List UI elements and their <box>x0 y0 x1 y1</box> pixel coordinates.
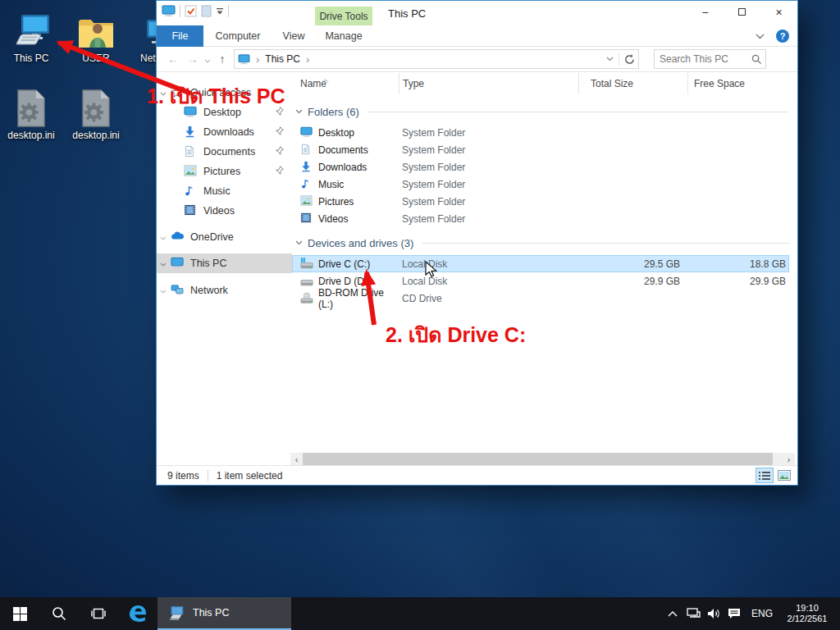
column-header-free-space[interactable]: Free Space <box>687 73 797 94</box>
task-view-button[interactable] <box>79 597 118 630</box>
tray-time: 19:10 <box>781 603 833 614</box>
taskbar-search-button[interactable] <box>39 597 79 630</box>
desktop-icon-desktop-ini-1[interactable]: desktop.ini <box>0 87 62 141</box>
qat-properties-icon[interactable] <box>185 5 197 17</box>
column-header-type[interactable]: Type <box>399 73 578 94</box>
thumbnail-view-button[interactable] <box>775 468 793 483</box>
edge-browser-button[interactable] <box>118 597 158 630</box>
sort-ascending-icon <box>322 74 329 85</box>
address-bar[interactable]: › This PC › <box>234 49 639 69</box>
desktop-icon-label: This PC <box>0 53 62 64</box>
column-header-total-size[interactable]: Total Size <box>578 73 687 94</box>
taskbar-app-label: This PC <box>193 607 229 619</box>
section-rule <box>368 112 789 112</box>
nav-label: Documents <box>203 146 255 158</box>
section-title: Folders (6) <box>308 106 359 118</box>
column-header-name[interactable]: Name <box>292 73 399 94</box>
refresh-icon[interactable] <box>624 54 635 65</box>
tray-date: 2/12/2561 <box>781 614 833 624</box>
file-list-pane: Name Type Total Size Free Space Folders … <box>292 73 797 453</box>
up-button[interactable]: ↑ <box>212 52 232 66</box>
horizontal-scrollbar[interactable]: ‹ › <box>290 453 795 465</box>
tab-view[interactable]: View <box>272 25 315 47</box>
address-dropdown-chevron-icon[interactable] <box>606 57 614 62</box>
search-icon[interactable] <box>751 54 762 65</box>
nav-music[interactable]: Music <box>157 181 292 201</box>
start-button[interactable] <box>0 597 39 630</box>
breadcrumb-this-pc[interactable]: This PC <box>265 53 300 65</box>
expand-chevron-icon[interactable] <box>160 258 168 269</box>
tray-network-icon[interactable] <box>683 608 704 619</box>
file-row-documents[interactable]: Documents System Folder <box>292 141 789 158</box>
item-type: System Folder <box>399 196 578 208</box>
tray-volume-icon[interactable] <box>704 608 724 619</box>
tab-file[interactable]: File <box>157 25 203 47</box>
user-folder-icon <box>65 10 127 51</box>
music-icon <box>300 178 313 190</box>
taskbar-app-this-pc[interactable]: This PC <box>158 597 291 630</box>
desktop-icon-desktop-ini-2[interactable]: desktop.ini <box>65 87 127 141</box>
nav-label: Downloads <box>203 126 254 138</box>
ribbon-expand-chevron-icon[interactable] <box>756 34 765 39</box>
tray-chevron-up-icon[interactable] <box>663 611 683 617</box>
tab-manage[interactable]: Manage <box>315 25 372 47</box>
file-row-downloads[interactable]: Downloads System Folder <box>292 158 789 176</box>
taskbar: This PC <box>0 597 840 630</box>
minimize-button[interactable]: − <box>687 1 724 23</box>
contextual-tab-drive-tools[interactable]: Drive Tools <box>315 7 372 25</box>
scroll-right-icon[interactable]: › <box>783 454 795 464</box>
section-header-folders[interactable]: Folders (6) <box>292 103 797 121</box>
search-box[interactable] <box>654 49 766 69</box>
nav-onedrive[interactable]: OneDrive <box>157 227 292 247</box>
back-button[interactable]: ← <box>163 52 183 66</box>
downloads-icon <box>300 161 313 173</box>
expand-chevron-icon[interactable] <box>160 231 168 243</box>
collapse-chevron-icon[interactable] <box>295 240 303 245</box>
item-name: Drive C (C:) <box>318 258 370 270</box>
qat-new-folder-icon[interactable] <box>201 5 212 17</box>
search-input[interactable] <box>655 53 751 65</box>
recent-locations-chevron-icon[interactable] <box>203 52 212 66</box>
tray-notifications-icon[interactable] <box>724 608 745 619</box>
desktop-icon-user-folder[interactable]: USER <box>65 10 127 64</box>
tray-clock[interactable]: 19:10 2/12/2561 <box>781 603 833 624</box>
file-row-pictures[interactable]: Pictures System Folder <box>292 193 789 210</box>
nav-documents[interactable]: Documents <box>157 142 292 162</box>
nav-pictures[interactable]: Pictures <box>157 162 292 181</box>
tab-computer[interactable]: Computer <box>203 25 272 47</box>
item-type: System Folder <box>399 213 578 225</box>
details-view-button[interactable] <box>756 468 774 483</box>
maximize-button[interactable] <box>724 1 760 23</box>
nav-videos[interactable]: Videos <box>157 201 292 221</box>
breadcrumb-computer-icon <box>238 54 250 65</box>
file-row-music[interactable]: Music System Folder <box>292 176 789 193</box>
desktop-icon-this-pc[interactable]: This PC <box>0 10 62 64</box>
file-row-desktop[interactable]: Desktop System Folder <box>292 124 789 141</box>
file-row-videos[interactable]: Videos System Folder <box>292 210 789 227</box>
task-view-icon <box>90 607 107 620</box>
details-view-icon <box>759 471 770 481</box>
forward-button[interactable]: → <box>183 52 203 66</box>
help-icon[interactable]: ? <box>776 30 789 43</box>
pictures-icon <box>300 195 313 208</box>
nav-this-pc[interactable]: This PC <box>157 253 292 273</box>
nav-downloads[interactable]: Downloads <box>157 122 292 142</box>
close-button[interactable]: × <box>760 1 797 23</box>
breadcrumb-separator[interactable]: › <box>300 53 315 66</box>
qat-customize-dropdown-icon[interactable] <box>216 7 224 15</box>
scroll-left-icon[interactable]: ‹ <box>290 454 303 464</box>
view-buttons <box>756 468 793 483</box>
expand-chevron-icon[interactable] <box>160 285 168 296</box>
file-row-bdrom[interactable]: BD-ROM Drive (L:) CD Drive <box>292 290 789 307</box>
section-header-devices[interactable]: Devices and drives (3) <box>292 234 797 252</box>
tray-language-indicator[interactable]: ENG <box>745 608 779 619</box>
bd-rom-drive-icon <box>300 292 313 304</box>
file-row-drive-c[interactable]: Drive C (C:) Local Disk 29.5 GB 18.8 GB <box>292 255 789 272</box>
windows-logo-icon <box>13 607 27 621</box>
scrollbar-thumb[interactable] <box>303 453 773 465</box>
collapse-chevron-icon[interactable] <box>295 109 303 114</box>
column-headers: Name Type Total Size Free Space <box>292 73 797 94</box>
desktop-icon-label: desktop.ini <box>65 130 127 141</box>
desktop: This PC USER Network <box>0 0 840 630</box>
nav-network[interactable]: Network <box>157 281 292 300</box>
